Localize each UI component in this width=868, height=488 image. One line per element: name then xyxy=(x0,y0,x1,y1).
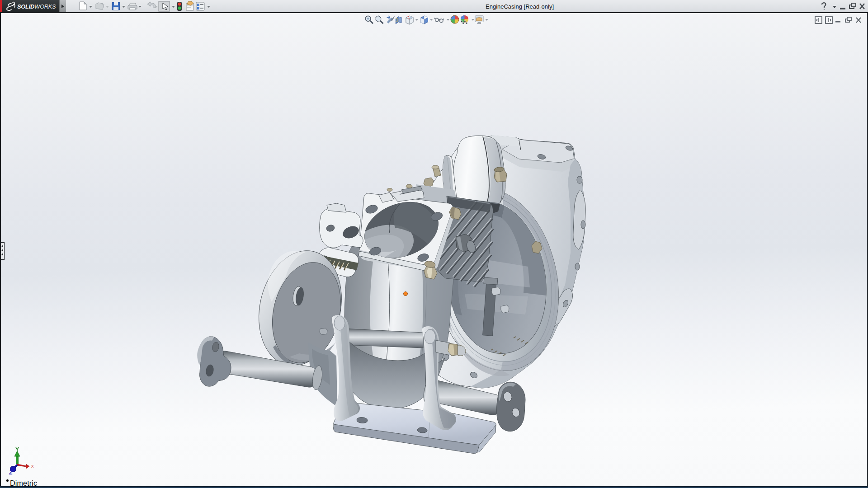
svg-text:Z: Z xyxy=(9,469,13,474)
svg-text:x: x xyxy=(31,463,34,469)
